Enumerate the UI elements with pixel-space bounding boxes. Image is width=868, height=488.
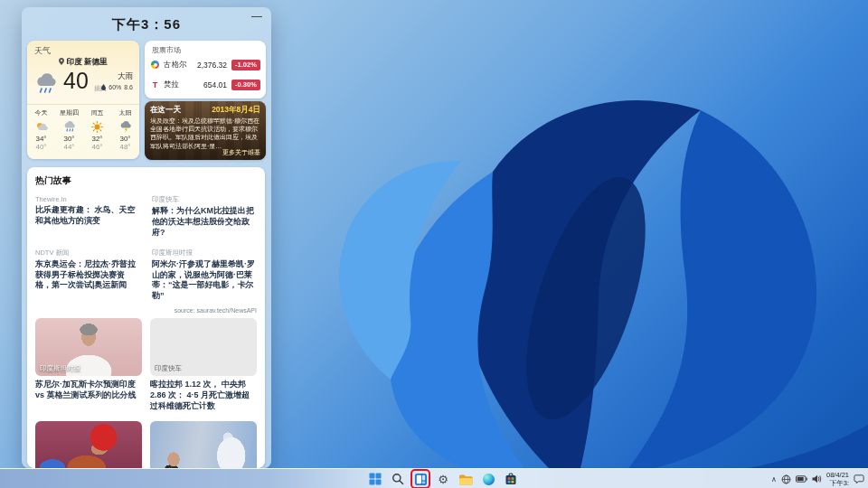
weather-condition: 大雨 [118, 71, 133, 82]
news-story-card[interactable]: 印度斯坦时报 数字理论： 两个世界的故事受到科维德的二个州分开打击 [150, 421, 257, 468]
story-image-cricketer[interactable]: 印度斯坦时报 [35, 318, 142, 376]
edge-button[interactable] [480, 471, 496, 487]
news-attribution: source: saurav.tech/NewsAPI [35, 307, 257, 314]
on-this-day-widget[interactable]: 在这一天 2013年8月4日 埃及政变：埃及总统穆罕默德·穆尔西在全国各地举行四… [145, 101, 266, 160]
weather-location: 印度 新德里 [27, 57, 139, 68]
news-story-card[interactable]: 新闻18 印度东京奥运会日程， 2021年8月4日：完整时间|奥运会报道 [35, 421, 142, 468]
sunny-icon [91, 121, 103, 133]
rain-cloud-icon [34, 73, 60, 95]
clock-date[interactable]: 08/4/21 下午3: [826, 471, 849, 488]
folder-icon [458, 474, 473, 485]
news-story[interactable]: 印度快车 解释：为什么KM比拉提出把他的沃达丰想法股份交给政府? [152, 195, 257, 239]
search-button[interactable] [390, 471, 406, 487]
network-icon[interactable] [781, 474, 791, 484]
tesla-icon: T [151, 80, 159, 89]
stock-row-tesla[interactable]: T 焚拉 654.01 -0.30% [151, 78, 260, 91]
forecast-day[interactable]: 周五 32° 46° [83, 105, 111, 159]
notification-center-icon[interactable] [854, 474, 864, 484]
taskbar: ⚙ [0, 468, 868, 488]
humidity-droplet-icon [101, 84, 106, 90]
weather-widget[interactable]: 天气 印度 新德里 40 摄氏 大雨 60% 8.6 [27, 41, 139, 159]
forecast-strip: 今天 34° 40° 星期四 30° [27, 104, 139, 159]
taskbar-center-icons: ⚙ [367, 469, 519, 488]
storm-icon [119, 121, 132, 133]
humidity-value: 60% [108, 84, 121, 90]
story-image-boxing[interactable]: 新闻18 [35, 421, 142, 468]
forecast-day[interactable]: 今天 34° 40° [27, 105, 55, 159]
battery-icon[interactable] [796, 475, 807, 483]
news-story[interactable]: Thewire.in 比乐趣更有趣： 水鸟、天空和其他地方的演变 [35, 195, 140, 239]
widgets-panel: — 下午3：56 天气 印度 新德里 40 摄氏 大雨 [22, 7, 271, 468]
rain-icon [63, 121, 76, 132]
settings-button[interactable]: ⚙ [435, 471, 451, 487]
widgets-icon [414, 473, 428, 486]
forecast-day[interactable]: 太阳 30° 48° [111, 105, 139, 159]
start-button[interactable] [367, 471, 383, 487]
story-image-blank[interactable]: 印度快车 [150, 318, 257, 376]
forecast-day[interactable]: 星期四 30° 44° [55, 105, 83, 159]
wind-value: 8.6 [124, 84, 133, 90]
text-stories-grid: Thewire.in 比乐趣更有趣： 水鸟、天空和其他地方的演变 印度快车 解释… [35, 195, 257, 302]
news-story-card[interactable]: 印度快车 喀拉拉邦 1.12 次， 中央邦 2.86 次： 4·5 月死亡激增超… [150, 318, 257, 412]
search-icon [392, 473, 404, 485]
stock-price: 654.01 [203, 80, 227, 89]
file-explorer-button[interactable] [458, 471, 474, 487]
edge-browser-icon [483, 474, 495, 485]
location-pin-icon [59, 58, 64, 65]
desktop[interactable]: — 下午3：56 天气 印度 新德里 40 摄氏 大雨 [0, 0, 868, 488]
news-story[interactable]: NDTV 新闻 东京奥运会：尼拉杰·乔普拉获得男子标枪投掷决赛资格，第一次尝试|… [35, 249, 140, 303]
google-icon [151, 61, 159, 69]
weather-title: 天气 [34, 45, 51, 57]
stock-price: 2,376.32 [197, 61, 227, 70]
on-this-day-body: 埃及政变：埃及总统穆罕默德·穆尔西在全国各地举行四天抗议活动，要求穆尔西辞职。军… [150, 117, 260, 149]
windows-logo-icon [369, 473, 382, 485]
on-this-day-title: 在这一天 [150, 105, 181, 116]
stock-change-badge: -1.02% [231, 60, 260, 70]
current-temperature: 40 [63, 68, 89, 94]
system-tray: ∧ [771, 469, 864, 488]
widgets-clock: 下午3：56 [22, 16, 271, 33]
stock-change-badge: -0.30% [231, 80, 260, 90]
hot-stories-heading: 热门故事 [35, 174, 257, 187]
news-story[interactable]: 印度斯坦时报 阿米尔·汗参观了赫里希凯·罗山的家，说服他为阿德·巴莱蒂：“这是一… [152, 249, 257, 303]
gear-icon: ⚙ [438, 474, 448, 485]
volume-icon[interactable] [812, 474, 822, 483]
on-this-day-date: 2013年8月4日 [212, 105, 260, 116]
widgets-button[interactable] [412, 471, 429, 487]
news-feed-card: 热门故事 Thewire.in 比乐趣更有趣： 水鸟、天空和其他地方的演变 印度… [27, 167, 265, 468]
more-on-wiki-link[interactable]: 更多关于维基 [222, 148, 260, 157]
store-bag-icon [505, 473, 517, 485]
partly-cloudy-icon [35, 121, 48, 132]
microsoft-store-button[interactable] [503, 471, 519, 487]
stock-row-google[interactable]: 古格尔 2,376.32 -1.02% [151, 58, 260, 71]
stocks-title: 股票市场 [152, 45, 181, 55]
image-stories-grid: 印度斯坦时报 苏尼尔·加瓦斯卡尔预测印度 vs 英格兰测试系列的比分线 印度快车… [35, 318, 257, 468]
news-story-card[interactable]: 印度斯坦时报 苏尼尔·加瓦斯卡尔预测印度 vs 英格兰测试系列的比分线 [35, 318, 142, 412]
story-image-covid-test[interactable]: 印度斯坦时报 [150, 421, 257, 468]
hidden-icons-chevron[interactable]: ∧ [771, 475, 777, 483]
weather-stats: 60% 8.6 [101, 84, 133, 90]
stocks-widget[interactable]: 股票市场 古格尔 2,376.32 -1.02% T 焚拉 654.01 -0.… [145, 41, 266, 99]
